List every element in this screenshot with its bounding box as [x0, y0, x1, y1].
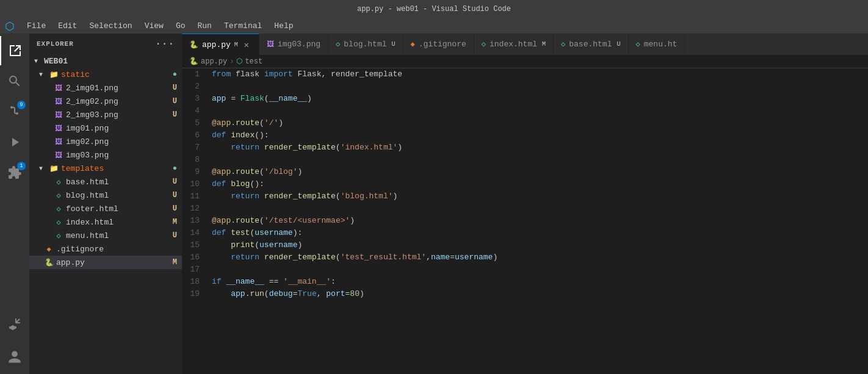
code-line: 2 — [182, 81, 868, 93]
tab-html-icon: ◇ — [636, 40, 640, 49]
line-content[interactable]: return render_template('index.html') — [209, 142, 402, 154]
code-line: 6def index(): — [182, 129, 868, 142]
tab-bloghtml[interactable]: ◇ blog.html U — [328, 34, 403, 55]
image-icon: 🖼 — [54, 110, 63, 120]
html-icon: ◇ — [54, 177, 63, 187]
line-content[interactable]: @app.route('/test/<usernmae>') — [209, 215, 355, 227]
tab-basehtml[interactable]: ◇ base.html U — [554, 34, 628, 55]
tab-menuht[interactable]: ◇ menu.ht — [629, 34, 685, 55]
code-line: 8 — [182, 154, 868, 166]
tab-unsaved2: U — [617, 41, 620, 48]
tree-root-web01[interactable]: ▼ WEB01 — [29, 54, 182, 68]
line-content[interactable] — [209, 81, 212, 93]
line-number: 19 — [182, 288, 209, 300]
menu-edit[interactable]: Edit — [53, 20, 82, 32]
run-debug-icon[interactable] — [0, 128, 29, 157]
vscode-logo[interactable]: ⬡ — [5, 20, 15, 33]
line-content[interactable] — [209, 264, 212, 276]
account-icon[interactable] — [0, 342, 29, 372]
line-content[interactable]: return render_template('test_result.html… — [209, 251, 497, 264]
footerhtml-badge: U — [173, 204, 177, 213]
2img02-badge: U — [173, 97, 177, 106]
explorer-icon[interactable] — [0, 36, 29, 65]
tree-file-indexhtml[interactable]: ◇ index.html M — [29, 215, 182, 229]
tab-gitignore[interactable]: ◆ .gitignore — [403, 34, 474, 55]
line-content[interactable]: @app.route('/') — [209, 117, 283, 129]
menu-bar: ⬡ File Edit Selection View Go Run Termin… — [0, 18, 868, 34]
line-content[interactable]: return render_template('blog.html') — [209, 190, 397, 203]
menu-run[interactable]: Run — [192, 20, 216, 32]
sidebar-header: Explorer ··· — [29, 34, 182, 54]
tree-file-2img01[interactable]: 🖼 2_img01.png U — [29, 81, 182, 95]
menu-help[interactable]: Help — [269, 20, 298, 32]
line-number: 10 — [182, 178, 209, 190]
menu-view[interactable]: View — [140, 20, 168, 32]
search-icon[interactable] — [0, 67, 29, 96]
line-number: 9 — [182, 166, 209, 178]
line-content[interactable] — [209, 105, 212, 117]
tab-modified-dot: M — [234, 41, 238, 48]
line-content[interactable]: @app.route('/blog') — [209, 166, 302, 178]
sidebar-actions[interactable]: ··· — [155, 38, 175, 49]
line-content[interactable]: def test(username): — [209, 227, 302, 239]
code-line: 15 print(username) — [182, 239, 868, 251]
line-number: 8 — [182, 154, 209, 166]
tree-file-img02[interactable]: 🖼 img02.png — [29, 135, 182, 148]
menu-terminal[interactable]: Terminal — [219, 20, 267, 32]
tree-file-menuhtml[interactable]: ◇ menu.html U — [29, 229, 182, 242]
tab-apppy-close[interactable]: ✕ — [242, 40, 251, 49]
extensions-icon[interactable]: 1 — [0, 158, 29, 187]
breadcrumb-symbol[interactable]: test — [245, 57, 262, 66]
line-content[interactable]: print(username) — [209, 239, 302, 251]
line-number: 12 — [182, 203, 209, 215]
image-icon: 🖼 — [54, 150, 63, 160]
tab-apppy[interactable]: 🐍 app.py M ✕ — [182, 34, 259, 55]
2img01-label: 2_img01.png — [66, 84, 173, 93]
tree-file-2img03[interactable]: 🖼 2_img03.png U — [29, 108, 182, 121]
tree-file-footerhtml[interactable]: ◇ footer.html U — [29, 202, 182, 215]
breadcrumb-file[interactable]: app.py — [201, 57, 227, 66]
test-icon[interactable] — [0, 309, 29, 339]
tree-file-apppy[interactable]: 🐍 app.py M — [29, 256, 182, 269]
tree-file-gitignore[interactable]: ◆ .gitignore — [29, 242, 182, 256]
tree-file-img03[interactable]: 🖼 img03.png — [29, 148, 182, 162]
tree-file-basehtml[interactable]: ◇ base.html U — [29, 175, 182, 189]
code-line: 3app = Flask(__name__) — [182, 93, 868, 105]
menu-file[interactable]: File — [22, 20, 51, 32]
tab-indexhtml[interactable]: ◇ index.html M — [474, 34, 554, 55]
line-content[interactable]: app.run(debug=True, port=80) — [209, 288, 364, 300]
menu-go[interactable]: Go — [171, 20, 190, 32]
tab-html-icon: ◇ — [482, 40, 486, 49]
title-text: app.py - web01 - Visual Studio Code — [357, 5, 511, 13]
line-content[interactable]: from flask import Flask, render_template — [209, 68, 402, 81]
sidebar: Explorer ··· ▼ WEB01 ▼ 📁 static ● 🖼 2_im… — [29, 34, 182, 374]
menuhtml-badge: U — [173, 231, 177, 240]
tree-file-img01[interactable]: 🖼 img01.png — [29, 121, 182, 135]
source-control-icon[interactable]: 9 — [0, 97, 29, 126]
tab-html-icon: ◇ — [561, 40, 565, 49]
tree-file-bloghtml[interactable]: ◇ blog.html U — [29, 189, 182, 202]
line-number: 4 — [182, 105, 209, 117]
code-line: 13@app.route('/test/<usernmae>') — [182, 215, 868, 227]
line-content[interactable]: def index(): — [209, 129, 269, 142]
line-content[interactable]: app = Flask(__name__) — [209, 93, 312, 105]
code-line: 5@app.route('/') — [182, 117, 868, 129]
tree-folder-templates[interactable]: ▼ 📁 templates ● — [29, 162, 182, 175]
breadcrumb: 🐍 app.py › ⬡ test — [182, 55, 868, 68]
git-icon: ◆ — [44, 244, 54, 254]
tree-file-2img02[interactable]: 🖼 2_img02.png U — [29, 95, 182, 108]
editor-content[interactable]: 1from flask import Flask, render_templat… — [182, 68, 868, 374]
tree-folder-static[interactable]: ▼ 📁 static ● — [29, 68, 182, 81]
tab-modified: M — [542, 41, 546, 48]
line-content[interactable] — [209, 203, 212, 215]
tab-img03[interactable]: 🖼 img03.png — [259, 34, 328, 55]
line-content[interactable]: if __name__ == '__main__': — [209, 276, 336, 288]
line-number: 16 — [182, 251, 209, 264]
templates-arrow: ▼ — [39, 165, 49, 172]
menu-selection[interactable]: Selection — [84, 20, 137, 32]
line-content[interactable]: def blog(): — [209, 178, 264, 190]
line-content[interactable] — [209, 154, 212, 166]
code-line: 7 return render_template('index.html') — [182, 142, 868, 154]
title-bar: app.py - web01 - Visual Studio Code — [0, 0, 868, 18]
line-number: 17 — [182, 264, 209, 276]
